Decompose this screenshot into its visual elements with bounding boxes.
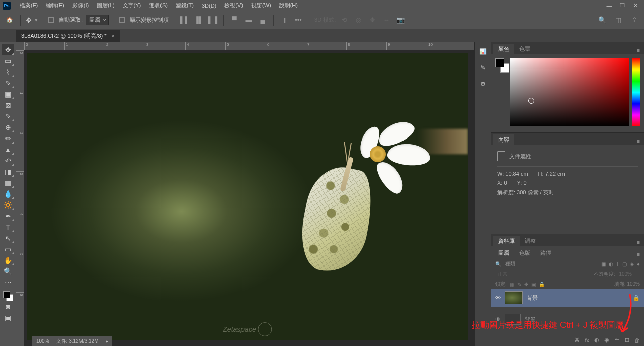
zoom-tool[interactable]: 🔍 xyxy=(2,266,14,277)
color-swatch[interactable] xyxy=(3,291,13,301)
menu-edit[interactable]: 編輯(E) xyxy=(42,2,68,9)
menu-type[interactable]: 文字(Y) xyxy=(119,2,145,9)
filter-smart-icon[interactable]: ◈ xyxy=(630,261,634,267)
layer-name[interactable]: 背景 xyxy=(527,294,538,302)
close-tab-icon[interactable]: × xyxy=(112,33,115,39)
tab-channels[interactable]: 色版 xyxy=(514,248,535,258)
menu-file[interactable]: 檔案(F) xyxy=(16,2,42,9)
tab-properties[interactable]: 內容 xyxy=(493,134,514,145)
adjustments-icon[interactable]: ⚙ xyxy=(478,79,488,89)
edit-toolbar[interactable]: ⋯ xyxy=(2,277,14,288)
color-picker[interactable] xyxy=(510,58,629,126)
brush-presets-icon[interactable]: ✎ xyxy=(478,62,488,73)
auto-select-dropdown[interactable]: 圖層 xyxy=(86,15,109,25)
menu-window[interactable]: 視窗(W) xyxy=(247,2,275,9)
dodge-tool[interactable]: 🔆 xyxy=(2,199,14,211)
eraser-tool[interactable]: ◨ xyxy=(2,166,14,177)
visibility-toggle-icon[interactable]: 👁 xyxy=(495,295,501,301)
panel-menu-icon[interactable]: ≡ xyxy=(633,238,644,246)
layer-filter-kind[interactable]: 種類 xyxy=(505,260,515,267)
lock-all-icon[interactable]: 🔒 xyxy=(539,282,545,287)
align-left-icon[interactable]: ▌▌ xyxy=(179,15,190,26)
tab-swatches[interactable]: 色票 xyxy=(514,44,535,54)
adjustment-layer-icon[interactable]: ◉ xyxy=(604,337,609,343)
hue-slider[interactable] xyxy=(632,58,640,126)
eyedropper-tool[interactable]: ✎ xyxy=(2,111,14,122)
lasso-tool[interactable]: ⌇ xyxy=(2,66,14,78)
stamp-tool[interactable]: ▲ xyxy=(2,144,14,155)
document-tab[interactable]: 3L8A0186.CR2 @ 100% (明亮/8) * × xyxy=(16,30,120,42)
frame-tool[interactable]: ⊠ xyxy=(2,100,14,111)
history-brush-tool[interactable]: ↶ xyxy=(2,155,14,166)
share-icon[interactable]: ⇪ xyxy=(629,15,640,26)
layer-thumbnail[interactable] xyxy=(505,291,523,304)
brush-tool[interactable]: ✏ xyxy=(2,133,14,144)
menu-select[interactable]: 選取(S) xyxy=(145,2,172,9)
tab-libraries[interactable]: 資料庫 xyxy=(493,236,520,246)
blend-mode-dropdown[interactable]: 正常 xyxy=(495,270,530,279)
move-tool[interactable]: ✥ xyxy=(2,44,14,55)
histogram-icon[interactable]: 📊 xyxy=(478,46,488,56)
crop-tool[interactable]: ▣ xyxy=(2,89,14,100)
maximize-button[interactable]: ❐ xyxy=(619,2,626,9)
shape-tool[interactable]: ▭ xyxy=(2,244,14,255)
minimize-button[interactable]: — xyxy=(606,2,613,9)
tab-layers[interactable]: 圖層 xyxy=(493,248,514,258)
menu-help[interactable]: 說明(H) xyxy=(275,2,302,9)
gradient-tool[interactable]: ▦ xyxy=(2,177,14,188)
filter-toggle[interactable]: ● xyxy=(637,261,640,267)
more-icon[interactable]: ••• xyxy=(293,15,304,26)
blur-tool[interactable]: 💧 xyxy=(2,188,14,199)
close-button[interactable]: ✕ xyxy=(632,2,639,9)
screen-mode-tool[interactable]: ▣ xyxy=(2,312,14,323)
fill-input[interactable]: 100% xyxy=(627,281,640,287)
filter-type-icon[interactable]: T xyxy=(616,261,619,267)
menu-image[interactable]: 影像(I) xyxy=(68,2,93,9)
lock-position-icon[interactable]: ✥ xyxy=(524,282,528,287)
search-icon[interactable]: 🔍 xyxy=(597,15,608,26)
path-select-tool[interactable]: ↖ xyxy=(2,233,14,244)
menu-view[interactable]: 檢視(V) xyxy=(220,2,247,9)
lock-paint-icon[interactable]: ✎ xyxy=(517,282,521,287)
panel-color-swatch[interactable] xyxy=(495,58,507,71)
workspace-icon[interactable]: ◫ xyxy=(613,15,624,26)
lock-transparency-icon[interactable]: ▦ xyxy=(510,282,514,287)
delete-layer-icon[interactable]: 🗑 xyxy=(634,337,640,343)
marquee-tool[interactable]: ▭ xyxy=(2,55,14,66)
group-icon[interactable]: 🗀 xyxy=(614,337,620,343)
filter-image-icon[interactable]: ▣ xyxy=(601,261,606,267)
align-center-h-icon[interactable]: ▐▌ xyxy=(193,15,204,26)
mask-icon[interactable]: ◐ xyxy=(594,337,599,343)
tab-paths[interactable]: 路徑 xyxy=(535,248,556,258)
type-tool[interactable]: T xyxy=(2,222,14,233)
opacity-input[interactable]: 100% xyxy=(616,271,640,278)
hand-tool[interactable]: ✋ xyxy=(2,255,14,266)
auto-select-checkbox[interactable] xyxy=(48,17,54,23)
distribute-h-icon[interactable]: ⫼ xyxy=(279,15,290,26)
align-bottom-icon[interactable]: ▄ xyxy=(257,15,268,26)
pen-tool[interactable]: ✒ xyxy=(2,211,14,222)
canvas-image[interactable]: Zetaspace xyxy=(27,53,468,340)
lock-artboard-icon[interactable]: ▣ xyxy=(531,282,536,287)
quick-mask-tool[interactable]: ◙ xyxy=(2,301,14,312)
menu-layer[interactable]: 圖層(L) xyxy=(93,2,118,9)
heal-tool[interactable]: ⊕ xyxy=(2,122,14,133)
align-center-v-icon[interactable]: ▬ xyxy=(243,15,254,26)
align-right-icon[interactable]: ▌▐ xyxy=(207,15,218,26)
link-layers-icon[interactable]: ⌘ xyxy=(574,337,580,343)
filter-shape-icon[interactable]: ▢ xyxy=(622,261,627,267)
tab-adjustments[interactable]: 調整 xyxy=(520,236,541,246)
menu-3d[interactable]: 3D(D) xyxy=(198,3,220,9)
zoom-level[interactable]: 100% xyxy=(36,338,49,344)
quick-select-tool[interactable]: ✎ xyxy=(2,78,14,89)
show-transform-checkbox[interactable] xyxy=(119,17,125,23)
fx-icon[interactable]: fx xyxy=(585,337,589,343)
tab-color[interactable]: 顏色 xyxy=(493,44,514,54)
panel-menu-icon[interactable]: ≡ xyxy=(633,137,644,145)
panel-menu-icon[interactable]: ≡ xyxy=(633,250,644,258)
panel-menu-icon[interactable]: ≡ xyxy=(633,46,644,54)
align-top-icon[interactable]: ▀ xyxy=(229,15,240,26)
home-button[interactable]: 🏠 xyxy=(4,15,15,26)
filter-adjust-icon[interactable]: ◐ xyxy=(609,261,613,267)
menu-filter[interactable]: 濾鏡(T) xyxy=(172,2,198,9)
